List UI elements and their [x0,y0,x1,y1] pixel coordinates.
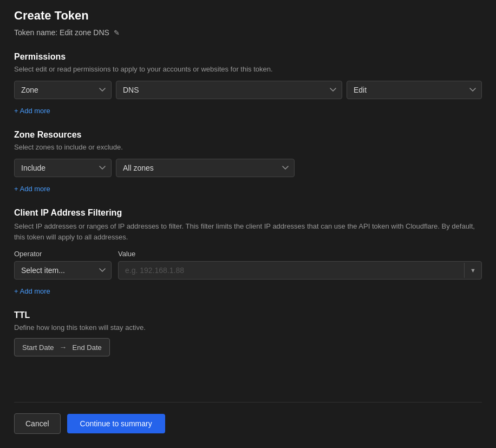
value-input-wrapper: ▼ [118,261,482,280]
value-label: Value [118,250,482,258]
permissions-row: Zone Account User DNS Firewall Cache SSL… [14,81,482,99]
arrow-icon: → [60,343,67,352]
page-container: Create Token Token name: Edit zone DNS ✎… [0,0,496,448]
operator-select[interactable]: Select item... Equal Not Equal Greater T… [14,261,112,280]
ip-filtering-title: Client IP Address Filtering [14,208,482,218]
zone-resources-row: Include Exclude All zones Specific zone [14,159,482,177]
zone-resources-section: Zone Resources Select zones to include o… [14,130,482,193]
operator-label: Operator [14,250,112,258]
ip-filtering-desc: Select IP addresses or ranges of IP addr… [14,221,482,242]
content-area: Create Token Token name: Edit zone DNS ✎… [14,9,482,402]
permissions-desc: Select edit or read permissions to apply… [14,65,482,73]
permission-select[interactable]: Edit Read [347,81,482,99]
token-name-row: Token name: Edit zone DNS ✎ [14,28,482,37]
edit-icon[interactable]: ✎ [114,29,120,37]
zone-select[interactable]: Zone Account User [14,81,112,99]
permissions-title: Permissions [14,52,482,62]
footer-actions: Cancel Continue to summary [14,413,482,439]
include-select[interactable]: Include Exclude [14,159,112,177]
ttl-title: TTL [14,310,482,320]
footer-divider [14,402,482,402]
continue-button[interactable]: Continue to summary [67,414,165,433]
ip-filter-row: Operator Select item... Equal Not Equal … [14,250,482,280]
end-date-label: End Date [73,343,102,352]
ttl-section: TTL Define how long this token will stay… [14,310,482,356]
zone-resources-title: Zone Resources [14,130,482,140]
ip-add-more[interactable]: + Add more [14,287,50,295]
all-zones-select[interactable]: All zones Specific zone [116,159,295,177]
permissions-section: Permissions Select edit or read permissi… [14,52,482,115]
operator-group: Operator Select item... Equal Not Equal … [14,250,112,280]
cancel-button[interactable]: Cancel [14,413,61,434]
resource-select[interactable]: DNS Firewall Cache SSL/TLS [116,81,342,99]
permissions-add-more[interactable]: + Add more [14,107,50,115]
ttl-desc: Define how long this token will stay act… [14,323,482,332]
zone-resources-add-more[interactable]: + Add more [14,185,50,193]
value-container: Value ▼ [118,250,482,280]
ip-filtering-section: Client IP Address Filtering Select IP ad… [14,208,482,295]
start-date-label: Start Date [22,343,54,352]
page-title: Create Token [14,9,482,23]
date-range-button[interactable]: Start Date → End Date [14,338,110,356]
token-name-label: Token name: Edit zone DNS [14,28,109,37]
zone-resources-desc: Select zones to include or exclude. [14,143,482,151]
value-input[interactable] [119,262,464,279]
value-dropdown-btn[interactable]: ▼ [464,263,481,278]
